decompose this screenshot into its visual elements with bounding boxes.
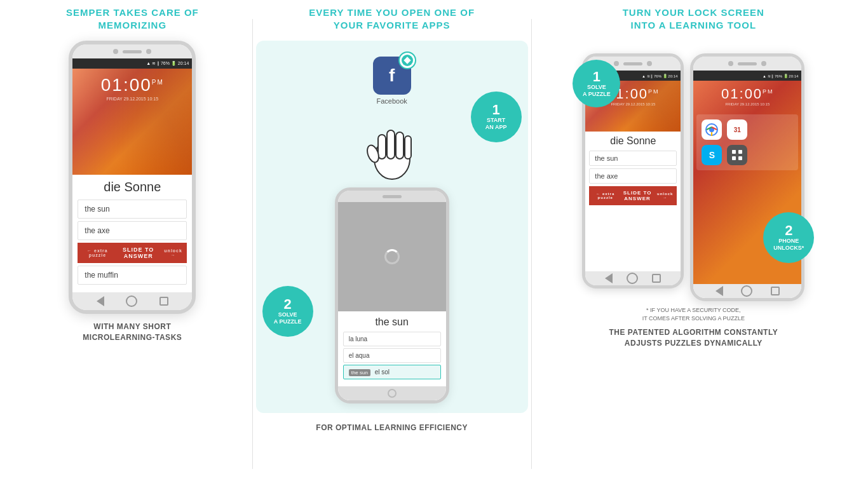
phone1-status-text: ▲ ≋ ∥ 76% 🔋 20:14	[146, 61, 189, 66]
phone-right-app-grid: 31 S	[696, 114, 798, 170]
phone-right-date: FRIDAY 29.12.2015 10:15	[698, 102, 796, 106]
phone1-home-icon	[126, 295, 137, 307]
app-icon-area: f Facebook	[373, 57, 411, 105]
col3-title: TURN YOUR LOCK SCREEN INTO A LEARNING TO…	[623, 6, 764, 31]
phone1-time-area: 01:00PM FRIDAY 29.12.2015 10:15	[72, 69, 192, 107]
col3-step1-number: 1	[593, 70, 600, 84]
svg-rect-1	[378, 135, 386, 159]
step2-number: 2	[284, 297, 292, 311]
app-chrome-icon	[702, 119, 722, 140]
col3-step2-circle: 2 PHONE UNLOCKS*	[763, 212, 814, 263]
semper-inner	[402, 55, 413, 66]
phone-right-status: ▲ ≋ ∥ 76% 🔋 20:14	[693, 71, 801, 81]
phone1-option-3[interactable]: the muffin	[78, 266, 187, 285]
phone-left-nav	[585, 271, 681, 285]
phone1-slide-text: SLIDE TO ANSWER	[113, 247, 163, 259]
phone-right-home	[741, 285, 752, 297]
phone-left-puzzle: die Sonne the sun the axe ← extra puzzle…	[585, 132, 681, 271]
phone-left-slide[interactable]: ← extra puzzle SLIDE TO ANSWER unlock →	[589, 186, 677, 205]
phone-mid-opt3[interactable]: the sun el sol	[343, 365, 441, 379]
phone1-back-icon	[97, 296, 104, 306]
svg-rect-3	[396, 132, 403, 159]
step2-circle: 2 SOLVE A PUZZLE	[262, 286, 313, 337]
loading-spinner	[384, 249, 400, 264]
phone-left-word: die Sonne	[589, 135, 677, 147]
phone-left-cam-r	[647, 61, 652, 66]
svg-rect-2	[387, 130, 395, 159]
phone1-camera-right	[146, 49, 151, 54]
col1-title: SEMPER TAKES CARE OF MEMORIZING	[66, 6, 199, 31]
phone-mid-word: the sun	[343, 316, 441, 328]
phone1-option-2[interactable]: the axe	[78, 221, 187, 240]
phone1-speaker	[123, 50, 142, 53]
phone-right-back	[715, 286, 723, 296]
phone-mid-bottom	[338, 386, 446, 400]
svg-rect-14	[738, 156, 742, 160]
phone-right-recent	[771, 287, 780, 295]
col3-step2-label: PHONE UNLOCKS*	[773, 238, 804, 252]
phone-right: ▲ ≋ ∥ 76% 🔋 20:14 01:00PM FRIDAY 29.12.2…	[690, 53, 804, 301]
phone-left-speaker	[623, 62, 642, 65]
phone1-option-1[interactable]: the sun	[78, 200, 187, 219]
phone-mockup-1: ▲ ≋ ∥ 76% 🔋 20:14 01:00PM FRIDAY 29.12.2…	[69, 41, 196, 314]
phone-mid-opt1[interactable]: la luna	[343, 332, 441, 346]
col3-step1-label: SOLVE A PUZZLE	[583, 84, 611, 98]
svg-rect-11	[732, 150, 736, 154]
phone-left-opt1[interactable]: the sun	[589, 151, 677, 166]
column-lock-screen: TURN YOUR LOCK SCREEN INTO A LEARNING TO…	[532, 6, 855, 482]
phone-right-time: 01:00PM	[698, 86, 796, 102]
col3-footnote: * IF YOU HAVE A SECURITY CODE, IT COMES …	[642, 306, 745, 322]
phone-mid: the sun la luna el aqua the sun el sol	[335, 187, 449, 403]
phone1-top-bar	[72, 44, 192, 58]
phone-mid-puzzle: the sun la luna el aqua the sun el sol	[338, 311, 446, 386]
app-grid-icon	[727, 145, 747, 165]
phone1-screen: 01:00PM FRIDAY 29.12.2015 10:15 die Sonn…	[72, 69, 192, 292]
phone1-puzzle-card: die Sonne the sun the axe ← extra puzzle…	[72, 175, 192, 292]
phone-mid-home-button	[388, 389, 397, 398]
phone-mid-screen: the sun la luna el aqua the sun el sol	[338, 202, 446, 386]
phone-right-speaker	[738, 62, 757, 65]
phone1-date: FRIDAY 29.12.2015 10:15	[79, 97, 186, 101]
hand-svg	[354, 108, 430, 184]
semper-diamond-icon	[403, 57, 410, 64]
selected-tag: the sun	[349, 369, 370, 376]
phone1-camera-left	[113, 49, 118, 54]
phone1-bottom-nav	[72, 292, 192, 310]
step1-circle: 1 START AN APP	[471, 92, 522, 142]
facebook-label: Facebook	[377, 97, 407, 105]
phone-mid-opt2[interactable]: el aqua	[343, 348, 441, 363]
step2-label: SOLVE A PUZZLE	[274, 311, 302, 325]
phone-left-back	[605, 273, 613, 283]
phone1-recent-icon	[159, 297, 168, 306]
app-calendar-icon: 31	[727, 119, 747, 140]
phone-right-time-area: 01:00PM FRIDAY 29.12.2015 10:15	[693, 81, 801, 111]
phone-left-content: 01:00PM FRIDAY 29.12.2015 10:15 die Sonn…	[585, 81, 681, 271]
phone-right-top	[693, 57, 801, 71]
phone1-slide-extra: ← extra puzzle	[81, 248, 113, 257]
phone-left-unlock: unlock →	[657, 192, 673, 200]
step1-number: 1	[492, 103, 500, 117]
phone-left-cam-l	[614, 61, 619, 66]
phone-right-cam-r	[761, 61, 766, 66]
step1-label: START AN APP	[485, 117, 507, 131]
phone1-slide-bar[interactable]: ← extra puzzle SLIDE TO ANSWER unlock →	[78, 243, 187, 263]
phone1-slide-unlock: unlock →	[163, 248, 183, 257]
col3-step2-number: 2	[785, 224, 792, 238]
main-container: SEMPER TAKES CARE OF MEMORIZING ▲ ≋ ∥ 76…	[0, 0, 868, 488]
column-open-apps: EVERY TIME YOU OPEN ONE OF YOUR FAVORITE…	[253, 6, 531, 482]
app-empty-2	[775, 119, 793, 140]
column-memorize: SEMPER TAKES CARE OF MEMORIZING ▲ ≋ ∥ 76…	[13, 6, 252, 482]
phone1-status-bar: ▲ ≋ ∥ 76% 🔋 20:14	[72, 58, 192, 69]
col2-title: EVERY TIME YOU OPEN ONE OF YOUR FAVORITE…	[309, 6, 475, 31]
phone-left-opt2[interactable]: the axe	[589, 168, 677, 184]
teal-panel: 1 START AN APP f Facebook	[256, 41, 528, 413]
phone1-time: 01:00PM	[79, 75, 186, 95]
phone-right-status-text: ▲ ≋ ∥ 76% 🔋 20:14	[763, 74, 798, 78]
phone-mid-speaker	[383, 195, 402, 198]
phone-left-extra: ← extra puzzle	[593, 192, 618, 200]
phone-left-recent	[652, 274, 661, 283]
phone1-lock-bg: 01:00PM FRIDAY 29.12.2015 10:15	[72, 69, 192, 175]
phone-mid-top-bar	[338, 191, 446, 202]
phone1-puzzle-word: die Sonne	[78, 180, 187, 194]
phone-left-home	[627, 273, 638, 284]
